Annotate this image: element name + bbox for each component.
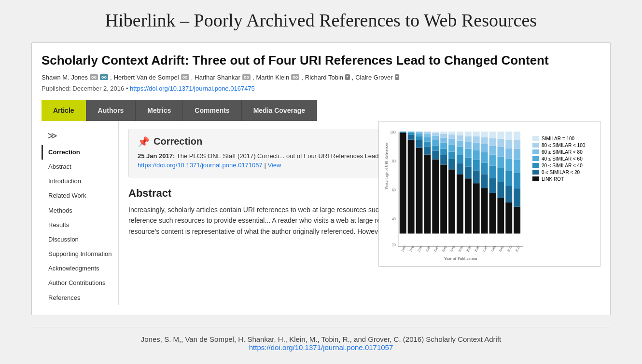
svg-rect-93 — [514, 173, 520, 189]
correction-view-link[interactable]: View — [267, 162, 281, 169]
svg-rect-61 — [473, 136, 480, 143]
legend-item-similar-100: SIMILAR = 100 — [532, 136, 595, 141]
svg-rect-18 — [424, 137, 431, 142]
svg-text:2003: 2003 — [449, 245, 456, 253]
svg-text:1999: 1999 — [417, 245, 423, 253]
sidebar-item-methods[interactable]: Methods — [42, 203, 118, 218]
author-separator: , — [110, 74, 112, 81]
svg-rect-20 — [424, 132, 431, 134]
svg-rect-23 — [432, 145, 439, 150]
published-line: Published: December 2, 2016 • https://do… — [42, 85, 600, 92]
author-separator: , — [352, 74, 354, 81]
svg-rect-65 — [481, 162, 488, 174]
tab-metrics[interactable]: Metrics — [136, 100, 183, 121]
tab-authors[interactable]: Authors — [86, 100, 136, 121]
svg-rect-92 — [514, 189, 520, 207]
svg-rect-12 — [416, 136, 423, 140]
footer-doi-link[interactable]: https://doi.org/10.1371/journal.pone.017… — [249, 343, 393, 351]
sidebar: ≫ Correction Abstract Introduction Relat… — [42, 121, 119, 305]
author-badge-star: * — [345, 74, 350, 80]
tab-bar: Article Authors Metrics Comments Media C… — [42, 100, 600, 121]
svg-text:2005: 2005 — [466, 245, 473, 253]
legend-item-linkrot: LINK ROT — [532, 176, 595, 182]
svg-text:2006: 2006 — [474, 245, 481, 253]
sidebar-item-correction[interactable]: Correction — [42, 145, 118, 160]
svg-rect-30 — [440, 148, 447, 155]
sidebar-item-introduction[interactable]: Introduction — [42, 174, 118, 189]
chart-area: 100 80 60 40 20 Percentage of URI Refere… — [384, 126, 528, 261]
svg-rect-81 — [497, 147, 504, 156]
svg-rect-88 — [505, 148, 512, 158]
svg-rect-44 — [457, 155, 463, 163]
svg-rect-76 — [489, 132, 496, 138]
svg-rect-62 — [473, 132, 480, 136]
svg-rect-71 — [489, 178, 496, 193]
tab-article[interactable]: Article — [42, 100, 86, 121]
sidebar-item-abstract[interactable]: Abstract — [42, 160, 118, 174]
svg-rect-36 — [448, 159, 455, 169]
svg-rect-47 — [457, 135, 463, 141]
svg-rect-25 — [432, 136, 439, 140]
svg-rect-83 — [497, 132, 504, 139]
svg-rect-49 — [465, 178, 472, 233]
article-header: Scholarly Context Adrift: Three out of F… — [42, 53, 600, 92]
svg-rect-64 — [481, 174, 488, 188]
svg-rect-51 — [465, 157, 472, 166]
sidebar-item-acknowledgments[interactable]: Acknowledgments — [42, 261, 118, 276]
svg-rect-45 — [457, 147, 463, 155]
svg-rect-56 — [473, 183, 480, 233]
chart-legend: SIMILAR = 100 80 ≤ SIMILAR < 100 60 ≤ SI… — [528, 136, 595, 183]
article-doi-link[interactable]: https://doi.org/10.1371/journal.pone.016… — [130, 85, 255, 92]
svg-rect-77 — [497, 198, 504, 234]
bar-chart-svg: 100 80 60 40 20 Percentage of URI Refere… — [384, 126, 528, 261]
svg-text:20: 20 — [392, 243, 396, 247]
sidebar-item-discussion[interactable]: Discussion — [42, 232, 118, 247]
tab-media-coverage[interactable]: Media Coverage — [242, 100, 317, 121]
svg-text:2001: 2001 — [433, 245, 440, 253]
sidebar-item-supporting-information[interactable]: Supporting Information — [42, 247, 118, 261]
svg-rect-46 — [457, 141, 463, 147]
svg-rect-59 — [473, 150, 480, 160]
legend-color-linkrot — [532, 176, 539, 181]
legend-label: 40 ≤ SIMILAR < 60 — [542, 156, 583, 162]
author-name: Claire Grover — [355, 74, 392, 81]
svg-rect-50 — [465, 166, 472, 178]
svg-rect-34 — [440, 132, 447, 134]
svg-rect-13 — [416, 134, 423, 136]
svg-rect-55 — [465, 132, 472, 136]
sidebar-item-references[interactable]: References — [42, 291, 118, 305]
svg-rect-24 — [432, 140, 439, 146]
sidebar-item-related-work[interactable]: Related Work — [42, 189, 118, 203]
chart-container: 100 80 60 40 20 Percentage of URI Refere… — [384, 126, 595, 261]
svg-rect-42 — [457, 174, 463, 233]
legend-color-similar-60-80 — [532, 149, 539, 154]
svg-rect-91 — [514, 207, 520, 234]
sidebar-item-results[interactable]: Results — [42, 218, 118, 232]
content-area: ≫ Correction Abstract Introduction Relat… — [42, 121, 600, 305]
svg-text:2009: 2009 — [498, 245, 505, 253]
svg-rect-80 — [497, 156, 504, 168]
svg-rect-57 — [473, 170, 480, 183]
footer-citation: Jones, S. M,, Van de Sompel, H. Shankar,… — [31, 327, 611, 351]
legend-color-similar-0-20 — [532, 170, 539, 175]
correction-doi-link[interactable]: https://doi.org/10.1371/journal.pone.017… — [138, 162, 263, 169]
sidebar-item-author-contributions[interactable]: Author Contributions — [42, 276, 118, 290]
legend-color-similar-40-60 — [532, 156, 539, 161]
svg-rect-26 — [432, 133, 439, 136]
citation-text: Jones, S. M,, Van de Sompel, H. Shankar,… — [31, 335, 611, 343]
svg-rect-28 — [440, 164, 447, 233]
svg-rect-86 — [505, 171, 512, 186]
correction-date: 25 Jan 2017: — [138, 152, 175, 160]
tab-comments[interactable]: Comments — [183, 100, 241, 121]
svg-rect-32 — [440, 138, 447, 143]
svg-rect-9 — [408, 133, 415, 135]
author-badge-orcid: oo — [90, 74, 98, 80]
svg-rect-33 — [440, 134, 447, 138]
legend-item-similar-80-100: 80 ≤ SIMILAR < 100 — [532, 143, 595, 148]
svg-rect-21 — [432, 159, 439, 233]
svg-rect-53 — [465, 142, 472, 149]
chevron-down-icon: ≫ — [42, 126, 118, 145]
legend-color-similar-100 — [532, 136, 539, 141]
svg-rect-68 — [481, 137, 488, 144]
svg-rect-96 — [514, 140, 520, 149]
